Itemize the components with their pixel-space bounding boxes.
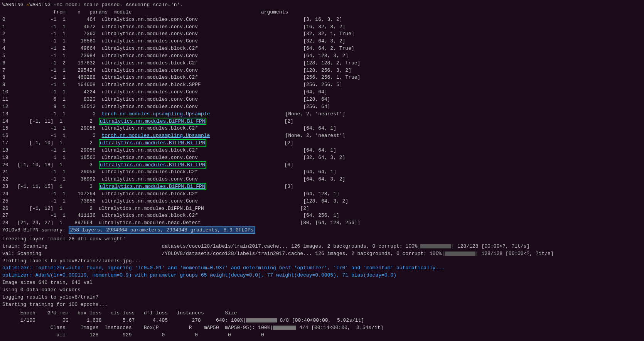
bifpn-highlight-23: ultralytics.nn.modules.BiFPN.Bi_FPN: [99, 183, 206, 190]
row-21: 21 -1 1 29056 ultralytics.nn.modules.blo…: [2, 169, 642, 176]
row-3: 3 -1 1 18560 ultralytics.nn.modules.conv…: [2, 38, 642, 45]
training-row-3: all 128 929 0 0 0 0: [2, 332, 642, 339]
row-20: 20 [-1, 10, 18] 1 3 ultralytics.nn.modul…: [2, 162, 642, 169]
terminal: WARNING ⚠WARNING ⚠no model scale passed.…: [0, 0, 644, 341]
row-2: 2 -1 1 7360 ultralytics.nn.modules.conv.…: [2, 30, 642, 38]
row-23: 23 [-1, 11, 15] 1 3 ultralytics.nn.modul…: [2, 183, 642, 191]
dataloader-line: Using 0 dataloader workers: [2, 287, 642, 294]
bifpn-highlight-17: ultralytics.nn.modules.BiFPN.Bi_FPN: [99, 139, 206, 147]
row-9: 9 -1 1 164608 ultralytics.nn.modules.blo…: [2, 81, 642, 89]
row-5: 5 -1 1 73984 ultralytics.nn.modules.conv…: [2, 52, 642, 60]
module-link-13: torch.nn.modules.upsampling.Upsample: [101, 111, 210, 117]
bifpn-highlight-20: ultralytics.nn.modules.BiFPN.Bi_FPN: [99, 161, 206, 169]
row-18: 18 -1 1 29056 ultralytics.nn.modules.blo…: [2, 147, 642, 154]
row-25: 25 -1 1 73856 ultralytics.nn.modules.con…: [2, 198, 642, 205]
optimizer2-line: optimizer: AdamW(lr=0.000119, momentum=0…: [2, 272, 642, 279]
row-8: 8 -1 1 460288 ultralytics.nn.modules.blo…: [2, 74, 642, 81]
bifpn-highlight-14: ultralytics.nn.modules.BiFPN.Bi_FPN: [99, 118, 206, 125]
plotting-line: Plotting labels to yolov8/train7/labels.…: [2, 258, 642, 265]
row-16: 16 -1 1 0 torch.nn.modules.upsampling.Up…: [2, 132, 642, 140]
val-scan-line: val: Scanning /YOLOV8/datasets/coco128/l…: [2, 250, 642, 258]
row-26: 26 [-1, 12] 1 2 ultralytics.nn.modules.B…: [2, 205, 642, 213]
freeze-line: Freezing layer 'model.28.dfl.conv.weight…: [2, 236, 642, 243]
logging-line: Logging results to yolov8/train7: [2, 294, 642, 301]
row-4: 4 -1 2 49664 ultralytics.nn.modules.bloc…: [2, 45, 642, 52]
row-1: 1 -1 1 4672 ultralytics.nn.modules.conv.…: [2, 24, 642, 31]
row-11: 11 6 1 8320 ultralytics.nn.modules.conv.…: [2, 96, 642, 103]
row-19: 19 1 1 18560 ultralytics.nn.modules.conv…: [2, 154, 642, 162]
row-15: 15 -1 1 29056 ultralytics.nn.modules.blo…: [2, 125, 642, 132]
train-scan-line: train: Scanning datasets/coco128/labels/…: [2, 243, 642, 250]
summary-highlighted: 258 layers, 2934364 parameters, 2934348 …: [69, 226, 255, 234]
training-row-1: 1/100 0G 1.638 5.67 4.405 278 640: 100%|…: [2, 317, 642, 324]
row-6: 6 -1 2 197632 ultralytics.nn.modules.blo…: [2, 60, 642, 67]
row-12: 12 9 1 16512 ultralytics.nn.modules.conv…: [2, 103, 642, 111]
row-10: 10 -1 1 4224 ultralytics.nn.modules.conv…: [2, 89, 642, 96]
row-17: 17 [-1, 10] 1 2 ultralytics.nn.modules.B…: [2, 140, 642, 147]
module-link-16: torch.nn.modules.upsampling.Upsample: [101, 133, 210, 138]
row-14: 14 [-1, 11] 1 2 ultralytics.nn.modules.B…: [2, 118, 642, 125]
row-24: 24 -1 1 107264 ultralytics.nn.modules.bl…: [2, 191, 642, 198]
row-0: 0 -1 1 464 ultralytics.nn.modules.conv.C…: [2, 16, 642, 24]
warning-line: WARNING ⚠WARNING ⚠no model scale passed.…: [2, 2, 642, 9]
training-row-2: Class Images Instances Box(P R mAP50 mAP…: [2, 324, 642, 332]
row-27: 27 -1 1 411136 ultralytics.nn.modules.bl…: [2, 212, 642, 219]
optimizer1-line: optimizer: 'optimizer=auto' found, ignor…: [2, 265, 642, 272]
row-7: 7 -1 1 295424 ultralytics.nn.modules.con…: [2, 67, 642, 74]
table-col-header: Epoch GPU_mem box_loss cls_loss dfl_loss…: [2, 310, 642, 317]
starting-line: Starting training for 100 epochs...: [2, 301, 642, 309]
table-header-line: from n params module arguments: [2, 9, 642, 16]
row-28: 28 [21, 24, 27] 1 897664 ultralytics.nn.…: [2, 219, 642, 227]
row-13: 13 -1 1 0 torch.nn.modules.upsampling.Up…: [2, 111, 642, 118]
summary-line: YOLOv8_BiFPN summary: 258 layers, 293436…: [2, 227, 642, 234]
imgsizes-line: Image sizes 640 train, 640 val: [2, 279, 642, 287]
row-22: 22 -1 1 36992 ultralytics.nn.modules.con…: [2, 176, 642, 183]
